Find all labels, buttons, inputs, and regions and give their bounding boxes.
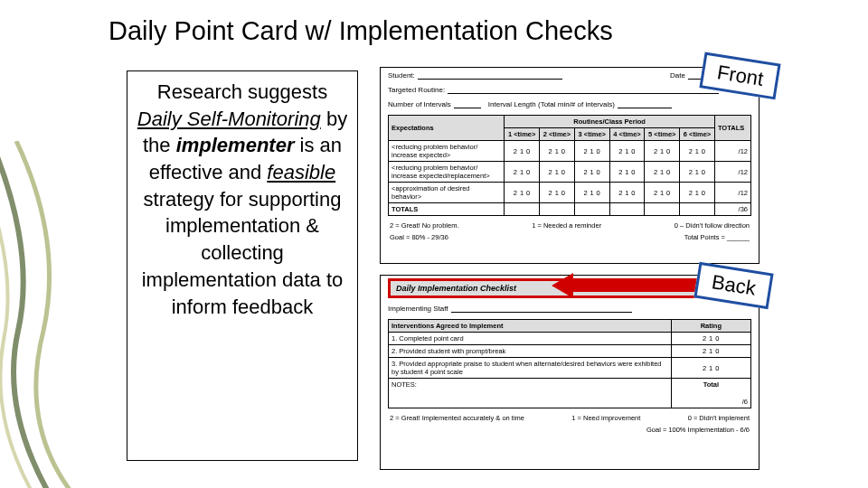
label-student: Student:	[388, 71, 415, 80]
back-legend: 2 = Great! Implemented accurately & on t…	[381, 412, 759, 424]
col-time-6: 6 <time>	[680, 128, 715, 141]
back-interventions-table: Interventions Agreed to Implement Rating…	[388, 319, 751, 408]
front-goal-row: Goal = 80% - 29/36 Total Points = ______	[381, 231, 759, 243]
label-num-intervals: Number of Intervals	[388, 100, 451, 108]
table-row: <reducing problem behavior/ increase exp…	[389, 141, 751, 162]
col-rating: Rating	[671, 320, 750, 333]
point-card-back: Daily Implementation Checklist Implement…	[380, 275, 760, 470]
col-interventions: Interventions Agreed to Implement	[389, 320, 672, 333]
slide-title: Daily Point Card w/ Implementation Check…	[108, 16, 613, 46]
research-textbox: Research suggests Daily Self-Monitoring …	[127, 70, 358, 461]
table-row: <reducing problem behavior/ increase exp…	[389, 162, 751, 183]
table-row: 2. Provided student with prompt/break 2 …	[389, 345, 751, 358]
col-time-3: 3 <time>	[574, 128, 609, 141]
text-feasible: feasible	[267, 161, 335, 183]
table-row: <approximation of desired behavior> 2 1 …	[389, 183, 751, 203]
col-totals: TOTALS	[714, 116, 750, 141]
col-time-2: 2 <time>	[540, 128, 575, 141]
front-legend: 2 = Great! No problem. 1 = Needed a remi…	[381, 220, 759, 231]
back-goal-row: Goal = 100% Implementation - 6/6	[381, 424, 759, 436]
table-row-notes: NOTES: Total /6	[389, 379, 751, 408]
label-targeted-routine: Targeted Routine:	[388, 86, 445, 94]
text-daily-self-monitoring: Daily Self-Monitoring	[137, 108, 321, 130]
col-routines: Routines/Class Period	[505, 116, 715, 128]
decorative-swoosh	[0, 141, 108, 488]
text-segment: strategy for supporting implementation &…	[142, 188, 344, 318]
col-expectations: Expectations	[389, 116, 505, 141]
table-row: 3. Provided appropriate praise to studen…	[389, 358, 751, 379]
label-implementing-staff: Implementing Staff	[388, 305, 448, 313]
point-card-front: Student: Date Targeted Routine: Number o…	[380, 67, 760, 264]
col-time-1: 1 <time>	[505, 128, 540, 141]
text-implementer: implementer	[176, 134, 295, 156]
front-score-table: Expectations Routines/Class Period TOTAL…	[388, 115, 751, 216]
label-interval-length: Interval Length (Total min/# of interval…	[488, 100, 615, 108]
col-time-4: 4 <time>	[609, 128, 645, 141]
table-row: 1. Completed point card 2 1 0	[389, 333, 751, 345]
label-date: Date	[670, 71, 685, 80]
text-segment: Research suggests	[157, 80, 327, 103]
col-time-5: 5 <time>	[645, 128, 680, 141]
table-row-totals: TOTALS /36	[389, 203, 751, 216]
